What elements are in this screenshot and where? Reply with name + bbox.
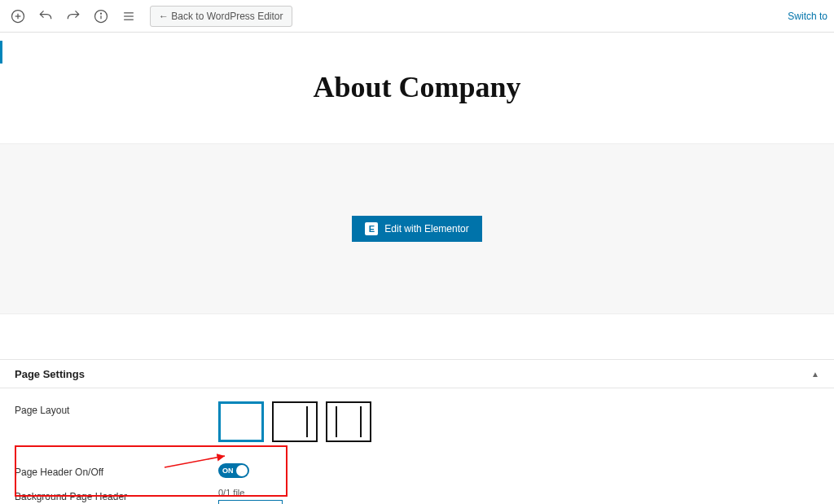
editor-canvas: E Edit with Elementor — [0, 143, 834, 314]
add-block-icon[interactable] — [7, 5, 29, 28]
elementor-button-label: Edit with Elementor — [384, 223, 468, 234]
page-header-toggle-label: Page Header On/Off — [15, 463, 218, 478]
page-layout-row: Page Layout — [15, 397, 819, 447]
layout-right-sidebar[interactable] — [272, 401, 318, 442]
file-count: 0/1 file — [218, 488, 283, 497]
panel-title: Page Settings — [15, 368, 85, 380]
background-header-control: 0/1 file + Add Media — [218, 488, 283, 504]
background-header-label: Background Page Header — [15, 488, 218, 502]
undo-icon[interactable] — [34, 5, 57, 28]
page-settings-header[interactable]: Page Settings ▲ — [0, 359, 834, 388]
page-settings-body: Page Layout Page Header On/Off ON Backgr… — [0, 388, 834, 504]
collapse-icon: ▲ — [811, 370, 819, 379]
page-title[interactable]: About Company — [0, 70, 834, 104]
page-layout-label: Page Layout — [15, 401, 218, 416]
redo-icon[interactable] — [62, 5, 85, 28]
add-media-button[interactable]: + Add Media — [218, 500, 283, 504]
outline-icon[interactable] — [117, 5, 140, 28]
layout-full[interactable] — [218, 401, 264, 442]
layout-options — [218, 401, 371, 442]
page-header-toggle-row: Page Header On/Off ON — [15, 458, 819, 483]
toggle-state-label: ON — [222, 467, 234, 475]
background-header-row: Background Page Header 0/1 file + Add Me… — [15, 483, 819, 504]
back-to-wp-button[interactable]: ← Back to WordPress Editor — [150, 6, 292, 27]
page-header-toggle[interactable]: ON — [218, 463, 249, 478]
info-icon[interactable] — [90, 5, 112, 28]
toggle-knob — [236, 465, 248, 476]
elementor-icon: E — [365, 222, 378, 235]
editor-toolbar: ← Back to WordPress Editor Switch to — [0, 0, 834, 33]
layout-both-sidebars[interactable] — [326, 401, 371, 442]
title-block: About Company — [0, 33, 834, 143]
spacer — [0, 314, 834, 359]
switch-editor-link[interactable]: Switch to — [788, 11, 827, 22]
svg-point-5 — [101, 13, 102, 14]
sidebar-indicator — [0, 41, 2, 64]
edit-with-elementor-button[interactable]: E Edit with Elementor — [352, 216, 481, 242]
